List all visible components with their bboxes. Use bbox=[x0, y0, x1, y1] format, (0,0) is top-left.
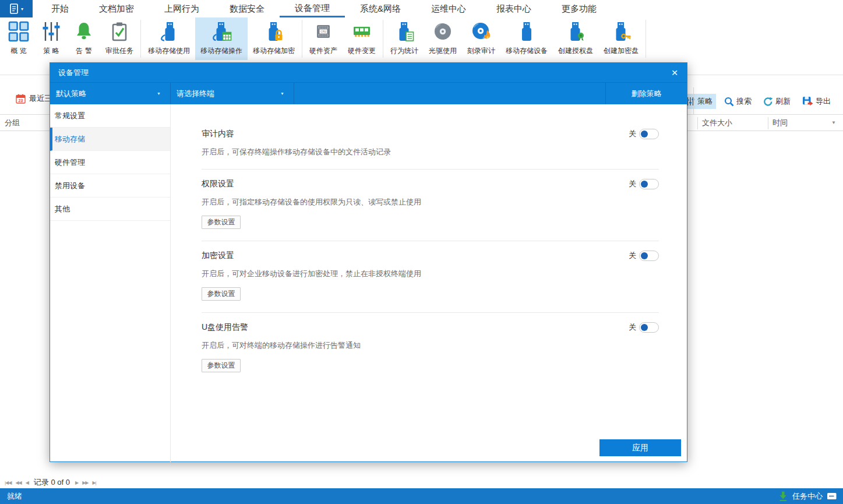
usb-key-icon bbox=[610, 20, 632, 43]
ribbon-item-usb-operation[interactable]: 移动存储操作 bbox=[195, 17, 248, 60]
prev-page-icon[interactable]: ◀ bbox=[26, 480, 29, 485]
dialog-titlebar: 设备管理 × bbox=[50, 63, 687, 82]
ribbon-item-label: 光驱使用 bbox=[429, 46, 457, 56]
sidebar-item-disabled-devices[interactable]: 禁用设备 bbox=[50, 174, 170, 198]
ribbon-item-label: 行为统计 bbox=[390, 46, 418, 56]
section-title: U盘使用告警 bbox=[202, 322, 629, 333]
usb-alert-toggle[interactable] bbox=[639, 322, 659, 333]
sidebar-item-other[interactable]: 其他 bbox=[50, 198, 170, 221]
ribbon-separator bbox=[383, 20, 383, 58]
menu-tab-start[interactable]: 开始 bbox=[36, 0, 84, 17]
parameter-settings-button[interactable]: 参数设置 bbox=[202, 287, 241, 301]
ribbon-item-behavior-stats[interactable]: 行为统计 bbox=[385, 17, 424, 60]
policy-dropdown[interactable]: 默认策略 ▼ bbox=[50, 83, 171, 104]
ribbon-item-hardware-change[interactable]: 硬件变更 bbox=[343, 17, 381, 60]
first-page-icon[interactable]: |◀◀ bbox=[5, 480, 11, 485]
ribbon-item-label: 移动存储设备 bbox=[506, 46, 548, 56]
column-header-time[interactable]: 时间 bbox=[773, 115, 788, 131]
section-description: 开启后，可对企业移动设备进行加密处理，禁止在非授权终端使用 bbox=[202, 269, 659, 279]
menu-tabs: 开始 文档加密 上网行为 数据安全 设备管理 系统&网络 运维中心 报表中心 更… bbox=[36, 0, 612, 17]
ribbon-item-create-encrypt-disk[interactable]: 创建加密盘 bbox=[598, 17, 644, 60]
ribbon-item-policy[interactable]: 策 略 bbox=[35, 17, 68, 60]
menu-tab-doc-encrypt[interactable]: 文档加密 bbox=[84, 0, 149, 17]
chevron-down-icon: ▼ bbox=[157, 91, 161, 96]
menu-tab-ops-center[interactable]: 运维中心 bbox=[416, 0, 481, 17]
next-page-icon[interactable]: ▶ bbox=[75, 480, 78, 485]
approval-clipboard-icon bbox=[108, 20, 130, 43]
encryption-settings-toggle[interactable] bbox=[639, 251, 659, 261]
export-icon bbox=[802, 96, 813, 107]
ribbon-item-label: 移动存储加密 bbox=[253, 46, 295, 56]
section-encryption-settings: 加密设置 关 开启后，可对企业移动设备进行加密处理，禁止在非授权终端使用 参数设… bbox=[202, 241, 659, 313]
section-usb-alert: U盘使用告警 关 开启后，可对终端的移动存储操作进行告警通知 参数设置 bbox=[202, 313, 659, 384]
usb-stats-icon bbox=[393, 20, 415, 43]
refresh-icon bbox=[763, 97, 773, 107]
ribbon-item-label: 硬件资产 bbox=[309, 46, 337, 56]
ribbon-item-label: 刻录审计 bbox=[467, 46, 495, 56]
column-header-file-size[interactable]: 文件大小 bbox=[702, 115, 732, 131]
fast-next-page-icon[interactable]: ▶▶ bbox=[82, 480, 88, 485]
record-count-label: 记录 0 of 0 bbox=[34, 477, 70, 488]
ribbon-item-burn-audit[interactable]: 刻录审计 bbox=[462, 17, 500, 60]
date-filter-label: 最近三 bbox=[29, 93, 52, 104]
sidebar-item-removable-storage[interactable]: 移动存储 bbox=[50, 128, 170, 151]
ribbon-item-approval-tasks[interactable]: 审批任务 bbox=[100, 17, 139, 60]
ribbon-item-overview[interactable]: 概 览 bbox=[2, 17, 35, 60]
dialog-content: 审计内容 关 开启后，可保存终端操作移动存储设备中的文件活动记录 权限设置 关 … bbox=[171, 104, 687, 462]
menu-tab-report-center[interactable]: 报表中心 bbox=[481, 0, 546, 17]
menu-tab-device-management[interactable]: 设备管理 bbox=[280, 0, 345, 17]
alert-bell-icon bbox=[73, 20, 95, 43]
sidebar-item-hardware-management[interactable]: 硬件管理 bbox=[50, 151, 170, 174]
ribbon-toolbar: 概 览 策 略 告 警 审批任务 移动存储使用 移动存储操作 移动存储加密 CP… bbox=[0, 17, 843, 60]
ribbon-item-label: 移动存储使用 bbox=[148, 46, 190, 56]
cpu-icon: CPU bbox=[312, 20, 334, 43]
ram-icon bbox=[351, 20, 373, 43]
apply-button[interactable]: 应用 bbox=[599, 439, 681, 456]
terminal-dropdown[interactable]: 请选择终端 ▼ bbox=[171, 83, 294, 104]
section-header: 审计内容 关 bbox=[202, 129, 659, 139]
sidebar-item-general-settings[interactable]: 常规设置 bbox=[50, 104, 170, 128]
filter-bar-spacer bbox=[294, 83, 605, 104]
section-header: 权限设置 关 bbox=[202, 179, 659, 189]
toggle-knob bbox=[641, 131, 648, 138]
menu-tab-data-security[interactable]: 数据安全 bbox=[214, 0, 280, 17]
audit-content-toggle[interactable] bbox=[639, 129, 659, 139]
ribbon-item-hardware-assets[interactable]: CPU 硬件资产 bbox=[304, 17, 343, 60]
section-audit-content: 审计内容 关 开启后，可保存终端操作移动存储设备中的文件活动记录 bbox=[202, 119, 659, 170]
permission-settings-toggle[interactable] bbox=[639, 179, 659, 189]
policy-sliders-icon bbox=[40, 20, 62, 43]
delete-policy-button[interactable]: 删除策略 bbox=[605, 83, 687, 104]
menu-tab-web-behavior[interactable]: 上网行为 bbox=[149, 0, 214, 17]
search-button[interactable]: 搜索 bbox=[721, 94, 755, 109]
ribbon-item-label: 审批任务 bbox=[105, 46, 133, 56]
last-page-icon[interactable]: ▶| bbox=[92, 480, 96, 485]
chevron-down-icon[interactable]: ▼ bbox=[831, 115, 836, 131]
fast-prev-page-icon[interactable]: ◀◀ bbox=[15, 480, 21, 485]
ribbon-item-alert[interactable]: 告 警 bbox=[68, 17, 100, 60]
toolbar-button-label: 导出 bbox=[816, 96, 831, 107]
overview-icon bbox=[8, 20, 30, 43]
message-window-icon[interactable] bbox=[827, 492, 837, 501]
menu-tab-more-features[interactable]: 更多功能 bbox=[546, 0, 612, 17]
list-toolbar: 策略 搜索 刷新 导出 bbox=[682, 94, 834, 109]
dialog-sidebar: 常规设置 移动存储 硬件管理 禁用设备 其他 bbox=[50, 104, 171, 462]
section-description: 开启后，可对终端的移动存储操作进行告警通知 bbox=[202, 340, 659, 351]
date-filter[interactable]: 23 最近三 bbox=[16, 93, 52, 104]
ribbon-item-usb-encrypt[interactable]: 移动存储加密 bbox=[248, 17, 300, 60]
export-button[interactable]: 导出 bbox=[799, 94, 834, 109]
ribbon-item-cd-usage[interactable]: 光驱使用 bbox=[424, 17, 462, 60]
close-icon[interactable]: × bbox=[665, 63, 685, 82]
ribbon-item-usb-devices[interactable]: 移动存储设备 bbox=[500, 17, 553, 60]
refresh-button[interactable]: 刷新 bbox=[760, 94, 794, 109]
column-header-group[interactable]: 分组 bbox=[5, 115, 20, 131]
menu-tab-system-network[interactable]: 系统&网络 bbox=[345, 0, 416, 17]
status-bar-right: 任务中心 bbox=[778, 491, 843, 502]
task-center-link[interactable]: 任务中心 bbox=[792, 491, 823, 502]
app-menu-button[interactable]: ▾ bbox=[0, 0, 33, 17]
parameter-settings-button[interactable]: 参数设置 bbox=[202, 359, 241, 372]
ribbon-item-create-auth-disk[interactable]: 创建授权盘 bbox=[553, 17, 598, 60]
parameter-settings-button[interactable]: 参数设置 bbox=[202, 216, 241, 229]
ribbon-item-usb-usage[interactable]: 移动存储使用 bbox=[143, 17, 195, 60]
terminal-dropdown-value: 请选择终端 bbox=[177, 89, 214, 99]
download-icon bbox=[778, 491, 788, 502]
